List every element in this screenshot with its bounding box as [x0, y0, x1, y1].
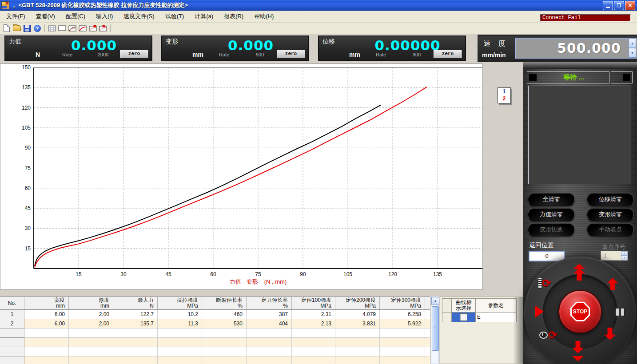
status-main-section: 等待 ...: [527, 71, 609, 83]
panel-button-5[interactable]: 手动取点: [587, 223, 634, 236]
panel-button-1[interactable]: 位移清零: [587, 193, 634, 206]
curve-export-button[interactable]: [98, 24, 108, 33]
jog-mode-up-icon[interactable]: ⟳: [538, 278, 551, 289]
value-cell: [335, 356, 380, 364]
value-cell: 4.079: [335, 310, 380, 319]
menu-item-1[interactable]: 查看(V): [32, 11, 60, 22]
table-row-4[interactable]: [0, 338, 430, 347]
menu-item-8[interactable]: 帮助(H): [250, 11, 278, 22]
value-cell: [69, 356, 113, 364]
app-icon: [1, 1, 9, 9]
value-cell: 6.00: [24, 319, 69, 328]
svg-text:60: 60: [25, 185, 31, 191]
force-meter-unit: N: [36, 51, 40, 58]
row-selector-cell[interactable]: [442, 313, 452, 322]
scrollbar-up-button[interactable]: ▲: [431, 297, 439, 305]
return-position-input[interactable]: 0: [529, 251, 565, 261]
scrollbar-thumb[interactable]: [432, 306, 439, 351]
toolbar-separator: [44, 24, 45, 32]
table-scrollbar[interactable]: ▲: [431, 297, 439, 364]
deformation-meter-unit: mm: [192, 51, 203, 58]
save-icon: [24, 25, 31, 32]
dual-curve-chart-button[interactable]: [68, 24, 77, 33]
panel-button-4[interactable]: 变形切换: [528, 223, 575, 236]
column-header-8: 定伸200强度MPa: [335, 297, 380, 309]
curve-chart-icon: [79, 25, 87, 32]
value-cell: [202, 356, 247, 364]
new-file-button[interactable]: [2, 24, 12, 33]
menu-item-0[interactable]: 文件(F): [2, 11, 30, 22]
menu-item-6[interactable]: 计算(a): [190, 11, 218, 22]
menu-item-7[interactable]: 报表(R): [219, 11, 248, 22]
menu-item-2[interactable]: 配置(C): [61, 11, 90, 22]
value-cell: 2.13: [292, 319, 335, 328]
panel-button-3[interactable]: 变形清零: [587, 208, 634, 221]
help-icon: ?: [34, 25, 41, 32]
menu-item-3[interactable]: 输入(I): [92, 11, 117, 22]
svg-text:15: 15: [76, 271, 82, 277]
table-row-1[interactable]: 16.002.00122.710.24603872.314.0796.258: [0, 310, 430, 319]
report-grid-button[interactable]: [47, 24, 57, 33]
open-file-icon: [13, 25, 21, 31]
menu-item-4[interactable]: 速度文件(S): [119, 11, 159, 22]
displacement-meter-unit: mm: [349, 51, 360, 58]
deformation-zero-button[interactable]: zero: [277, 50, 305, 58]
force-meter-label: 力值: [9, 38, 21, 46]
stop-button[interactable]: STOP: [558, 290, 602, 333]
row-number-cell: [0, 338, 24, 347]
minimize-button[interactable]: [603, 1, 613, 10]
save-button[interactable]: [22, 24, 32, 33]
curve-page-selector[interactable]: 1 2: [498, 87, 511, 103]
toolbar: ?: [0, 23, 637, 34]
open-file-button[interactable]: [12, 24, 22, 33]
help-button[interactable]: ?: [32, 24, 42, 33]
curve-chart-button[interactable]: [78, 24, 88, 33]
value-cell: [335, 328, 380, 338]
red-hook-icon: ⟳: [542, 278, 551, 288]
menu-item-5[interactable]: 试验(T): [161, 11, 189, 22]
jog-play-button[interactable]: [535, 305, 544, 318]
curve-mark-checkbox[interactable]: [460, 313, 467, 321]
param-name-cell[interactable]: E: [476, 313, 517, 322]
value-cell: [292, 328, 335, 338]
panel-button-0[interactable]: 全清零: [528, 193, 575, 206]
svg-text:30: 30: [120, 271, 127, 277]
point-index-up-button[interactable]: ▲: [621, 251, 628, 256]
jog-pause-button[interactable]: [616, 309, 624, 316]
table-row-2[interactable]: 26.002.00135.711.35304042.133.8315.922: [0, 319, 430, 328]
value-cell: 404: [247, 319, 292, 328]
value-cell: [24, 356, 69, 364]
jog-fast-down-button[interactable]: [572, 356, 584, 361]
curve-import-button[interactable]: [88, 24, 98, 33]
panel-button-2[interactable]: 力值清零: [528, 208, 575, 221]
value-cell: [158, 328, 202, 338]
value-cell: [158, 347, 202, 356]
value-cell-filler: [425, 319, 430, 328]
rate-label: Rate: [62, 52, 72, 57]
red-hook-icon: ⟳: [548, 330, 557, 340]
close-button[interactable]: ✕: [625, 1, 635, 10]
speed-value-input[interactable]: 500.000: [515, 38, 637, 59]
rate-value: 900: [244, 52, 275, 57]
speed-down-button[interactable]: ▼: [629, 48, 636, 58]
displacement-zero-button[interactable]: zero: [434, 50, 462, 58]
table-row-5[interactable]: [0, 347, 430, 356]
restore-button[interactable]: ❐: [614, 1, 624, 10]
value-cell: [292, 356, 335, 364]
value-cell-filler: [425, 328, 430, 338]
jog-mode-down-icon[interactable]: ⟳: [539, 330, 557, 340]
value-cell: [69, 338, 113, 347]
table-row-6[interactable]: [0, 356, 430, 364]
results-table-header: No.宽度mm厚度mm最大力N抗拉强度MPa断裂伸长率%定力伸长率%定伸100强…: [0, 297, 430, 310]
curve-mark-header: 曲线标 示选择: [452, 298, 476, 313]
point-index-down-button[interactable]: ▼: [621, 256, 628, 260]
table-row-3[interactable]: [0, 328, 430, 338]
panel-edge-shadow: [513, 297, 523, 364]
curve-mark-cell[interactable]: [452, 313, 476, 322]
force-zero-button[interactable]: zero: [120, 50, 148, 58]
gauge-icon: [539, 332, 548, 339]
point-index-label: 取点序号: [602, 243, 625, 251]
svg-text:45: 45: [165, 271, 171, 277]
blank-page-button[interactable]: [57, 24, 67, 33]
speed-up-button[interactable]: ▲: [629, 38, 636, 48]
